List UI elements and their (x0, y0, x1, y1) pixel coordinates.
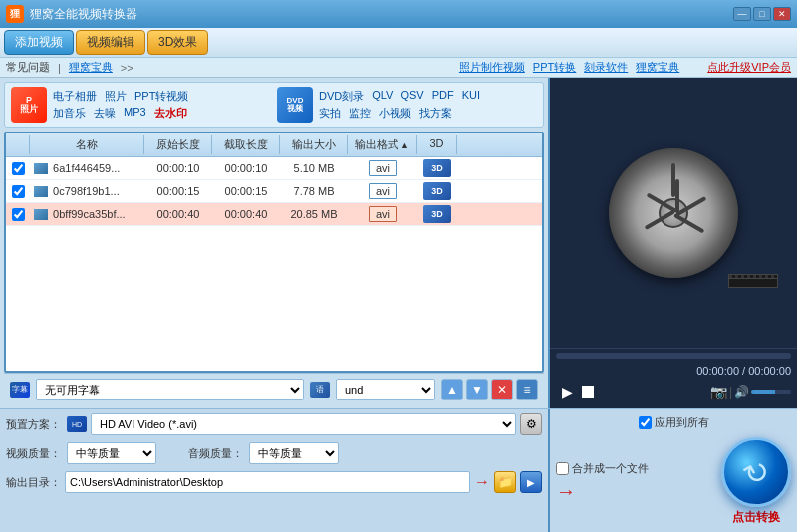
file-fmt-1: avi (348, 158, 417, 178)
file-size-1: 5.10 MB (280, 160, 348, 176)
video-quality-label: 视频质量： (6, 446, 61, 461)
dvd-tools-links: DVD刻录 QLV QSV PDF KUI 实拍 监控 小视频 找方案 (319, 89, 537, 121)
col-name-header: 名称 (30, 135, 144, 154)
denoise-link[interactable]: 去噪 (94, 106, 116, 121)
output-row: 输出目录： → 📁 ▶ (6, 471, 542, 493)
mp3-link[interactable]: MP3 (124, 106, 146, 121)
vip-upgrade-link[interactable]: 点此升级VIP会员 (707, 60, 791, 75)
ppt-convert-link[interactable]: PPT转换 (533, 60, 576, 75)
maximize-button[interactable]: □ (753, 7, 771, 21)
raccoon-treasure-link[interactable]: 狸窝宝典 (69, 60, 113, 75)
photo-tools-link[interactable]: 照片制作视频 (459, 60, 525, 75)
close-button[interactable]: ✕ (773, 7, 791, 21)
film-strip (728, 274, 778, 288)
quality-row: 视频质量： 中等质量 音频质量： 中等质量 (6, 442, 542, 464)
stop-button[interactable] (582, 386, 594, 398)
apply-all-checkbox[interactable] (639, 416, 652, 429)
output-label: 输出目录： (6, 475, 61, 490)
convert-label: 点击转换 (732, 509, 780, 526)
file-list-body: 6a1f446459... 00:00:10 00:00:10 5.10 MB … (6, 157, 542, 371)
folder-button[interactable]: 📁 (494, 471, 516, 493)
video-edit-button[interactable]: 视频编辑 (76, 30, 145, 55)
convert-refresh-icon: ↻ (736, 451, 775, 494)
file-thumb-2 (34, 186, 48, 197)
file-name-1: 6a1f446459... (30, 160, 144, 177)
move-up-button[interactable]: ▲ (441, 379, 463, 400)
main-toolbar: 添加视频 视频编辑 3D效果 (0, 28, 797, 58)
file-checkbox-1[interactable] (12, 162, 25, 175)
volume-icon[interactable]: 🔊 (734, 385, 749, 399)
pdf-link[interactable]: PDF (432, 89, 454, 104)
kui-link[interactable]: KUI (462, 89, 480, 104)
dvd-tool-icon[interactable]: DVD视频 (277, 87, 313, 123)
play-button[interactable]: ▶ (556, 381, 578, 402)
screenshot-icon[interactable]: 📷 (710, 384, 727, 399)
row-checkbox-3[interactable] (6, 206, 30, 223)
add-video-button[interactable]: 添加视频 (4, 30, 74, 55)
merge-row: 合并成一个文件 (556, 461, 713, 476)
file-orig-2: 00:00:15 (144, 183, 212, 199)
file-cut-3: 00:00:40 (212, 206, 280, 222)
audio-quality-label: 音频质量： (188, 446, 243, 461)
preset-icon: HD (67, 416, 87, 432)
photo-album-link[interactable]: 电子相册 (53, 89, 97, 104)
audio-quality-select[interactable]: 中等质量 (249, 442, 339, 464)
effect-3d-button[interactable]: 3D效果 (147, 30, 208, 55)
progress-bar[interactable] (556, 353, 791, 359)
file-3d-1: 3D (417, 157, 457, 179)
bottom-left-settings: 预置方案： HD HD AVI Video (*.avi) ⚙ 视频质量： 中等… (0, 409, 548, 532)
solution-link[interactable]: 找方案 (419, 106, 452, 121)
dvd-record-link[interactable]: DVD刻录 (319, 89, 364, 104)
actual-link[interactable]: 实拍 (319, 106, 341, 121)
photo-tool-icon[interactable]: P照片 (11, 87, 47, 123)
table-row[interactable]: 0c798f19b1... 00:00:15 00:00:15 7.78 MB … (6, 180, 542, 203)
convert-button[interactable]: ↻ (721, 437, 791, 507)
common-issues-label[interactable]: 常见问题 (6, 60, 50, 75)
file-3d-icon-2[interactable]: 3D (423, 182, 451, 200)
table-row[interactable]: 6a1f446459... 00:00:10 00:00:10 5.10 MB … (6, 157, 542, 180)
window-controls: — □ ✕ (733, 7, 791, 21)
raccoon-classic-link[interactable]: 狸窝宝典 (636, 60, 679, 75)
main-area: 常见问题 | 狸窝宝典 >> 照片制作视频 PPT转换 刻录软件 狸窝宝典 点此… (0, 58, 797, 532)
open-folder-button[interactable]: ▶ (520, 471, 542, 493)
volume-slider[interactable] (751, 390, 791, 394)
add-music-link[interactable]: 加音乐 (53, 106, 86, 121)
minimize-button[interactable]: — (733, 7, 751, 21)
output-path-input[interactable] (65, 471, 470, 493)
col-check-header (6, 135, 30, 154)
quick-tools-bar: P照片 电子相册 照片 PPT转视频 加音乐 去噪 MP3 去水印 (4, 82, 544, 128)
table-row[interactable]: 0bff99ca35bf... 00:00:40 00:00:40 20.85 … (6, 203, 542, 226)
record-soft-link[interactable]: 刻录软件 (584, 60, 628, 75)
convert-arrow-icon: → (556, 480, 576, 503)
language-select[interactable]: und (336, 379, 435, 400)
fmt-badge-3: avi (369, 206, 397, 222)
video-quality-select[interactable]: 中等质量 (67, 442, 156, 464)
file-checkbox-3[interactable] (12, 208, 25, 221)
watermark-link[interactable]: 去水印 (154, 106, 187, 121)
move-down-button[interactable]: ▼ (466, 379, 488, 400)
file-3d-icon-1[interactable]: 3D (423, 159, 451, 177)
film-reel (604, 143, 743, 283)
subtitle-select[interactable]: 无可用字幕 (36, 379, 304, 400)
ppt-video-link[interactable]: PPT转视频 (134, 89, 188, 104)
row-checkbox-1[interactable] (6, 160, 30, 177)
list-button[interactable]: ≡ (516, 379, 538, 400)
file-3d-icon-3[interactable]: 3D (423, 205, 451, 223)
apply-all-label: 应用到所有 (655, 415, 709, 430)
time-display: 00:00:00 / 00:00:00 (556, 363, 791, 379)
delete-button[interactable]: ✕ (491, 379, 513, 400)
merge-checkbox[interactable] (556, 462, 569, 475)
row-checkbox-2[interactable] (6, 183, 30, 200)
settings-gear-button[interactable]: ⚙ (520, 413, 542, 435)
preset-select[interactable]: HD AVI Video (*.avi) (91, 413, 516, 435)
file-list-header: 名称 原始长度 截取长度 输出大小 输出格式 ▲ 3D (6, 133, 542, 157)
monitor-link[interactable]: 监控 (349, 106, 371, 121)
qsv-link[interactable]: QSV (400, 89, 423, 104)
bottom-right-convert: 应用到所有 合并成一个文件 → ↻ 点击转换 (548, 409, 797, 532)
small-video-link[interactable]: 小视频 (379, 106, 411, 121)
qlv-link[interactable]: QLV (372, 89, 393, 104)
file-checkbox-2[interactable] (12, 185, 25, 198)
photo-link[interactable]: 照片 (105, 89, 127, 104)
merge-label: 合并成一个文件 (572, 461, 649, 476)
fmt-badge-2: avi (369, 183, 397, 199)
